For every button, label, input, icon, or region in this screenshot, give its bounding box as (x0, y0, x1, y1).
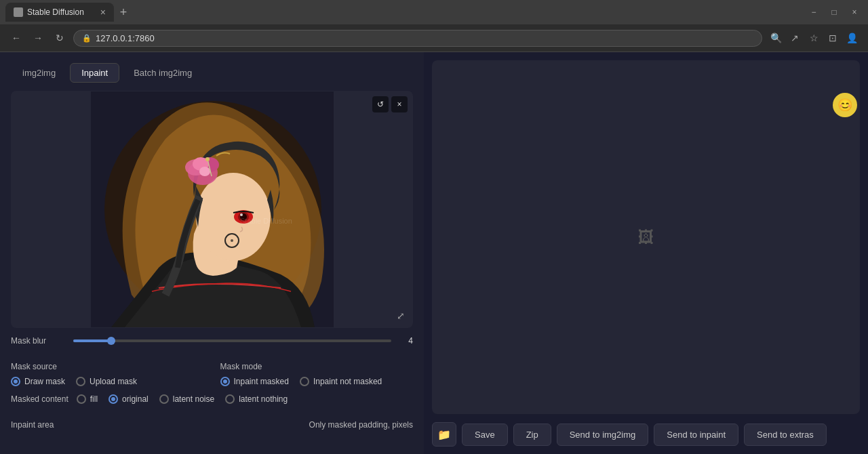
browser-actions: 🔍 ↗ ☆ ⊡ 👤 (768, 30, 860, 46)
close-image-button[interactable]: × (391, 96, 408, 112)
output-area: 🖼 (432, 60, 860, 414)
radio-inpaint-not-masked-label: Inpaint not masked (313, 377, 382, 386)
browser-chrome: Stable Diffusion × + − □ × ← → ↻ 🔒 127.0… (0, 0, 868, 52)
maximize-button[interactable]: □ (826, 4, 842, 20)
folder-button[interactable]: 📁 (432, 422, 456, 447)
svg-point-16 (231, 239, 233, 242)
radio-original-label: original (122, 394, 149, 404)
radio-draw-mask[interactable]: Draw mask (11, 377, 65, 386)
right-panel: 🖼 📁 Save Zip Send to img2img Send to inp… (424, 52, 868, 454)
radio-draw-mask-label: Draw mask (24, 377, 65, 386)
radio-latent-nothing-circle (225, 394, 235, 404)
send-to-extras-button[interactable]: Send to extras (744, 424, 827, 446)
resize-image-button[interactable]: ⤢ (394, 309, 408, 323)
inpaint-area-label: Inpaint area (11, 420, 65, 430)
radio-inpaint-masked[interactable]: Inpaint masked (220, 377, 289, 386)
radio-latent-noise-circle (159, 394, 169, 404)
share-icon[interactable]: ↗ (787, 30, 803, 46)
radio-fill-label: fill (90, 394, 98, 404)
notification-icon[interactable]: 😊 (833, 93, 857, 117)
image-area: Stable Diffusion ↺ × ⤢ (11, 91, 413, 328)
tab-img2img[interactable]: img2img (11, 63, 67, 83)
send-to-img2img-button[interactable]: Send to img2img (557, 424, 649, 446)
save-button[interactable]: Save (462, 424, 508, 446)
tab-close-btn[interactable]: × (100, 7, 106, 18)
radio-fill-circle (77, 394, 86, 404)
radio-inpaint-masked-dot (223, 379, 227, 384)
browser-tab[interactable]: Stable Diffusion × (5, 3, 114, 22)
svg-point-13 (205, 157, 210, 161)
output-actions: 📁 Save Zip Send to img2img Send to inpai… (432, 422, 860, 447)
radio-original[interactable]: original (108, 394, 149, 404)
mask-blur-control: Mask blur 4 (11, 336, 413, 346)
search-icon[interactable]: 🔍 (768, 30, 784, 46)
bookmark-icon[interactable]: ☆ (806, 30, 822, 46)
masked-content-radio-group: fill original latent noise latent nothin… (77, 394, 288, 404)
masked-content-label: Masked content (11, 394, 68, 404)
radio-inpaint-masked-label: Inpaint masked (234, 377, 289, 386)
mask-mode-section: Mask mode Inpaint masked Inpaint not mas… (220, 362, 414, 386)
forward-button[interactable]: → (30, 30, 46, 46)
radio-draw-mask-dot (14, 379, 18, 384)
radio-inpaint-masked-circle (220, 377, 230, 386)
radio-fill[interactable]: fill (77, 394, 98, 404)
mask-blur-value: 4 (399, 336, 413, 346)
radio-inpaint-not-masked[interactable]: Inpaint not masked (300, 377, 382, 386)
radio-latent-noise[interactable]: latent noise (159, 394, 214, 404)
close-button[interactable]: × (846, 4, 863, 20)
url-bar[interactable]: 🔒 127.0.0.1:7860 (73, 30, 762, 47)
radio-latent-nothing[interactable]: latent nothing (225, 394, 288, 404)
inpaint-area-row: Inpaint area Only masked padding, pixels (11, 420, 413, 430)
mask-source-section: Mask source Draw mask Upload mask (11, 362, 204, 386)
mask-blur-label: Mask blur (11, 336, 65, 346)
address-bar: ← → ↻ 🔒 127.0.0.1:7860 🔍 ↗ ☆ ⊡ 👤 (0, 24, 868, 51)
profile-icon[interactable]: 👤 (844, 30, 860, 46)
panel-tabs: img2img Inpaint Batch img2img (11, 63, 413, 83)
radio-original-dot (111, 397, 115, 401)
mask-source-label: Mask source (11, 362, 204, 371)
svg-point-11 (240, 213, 243, 216)
svg-text:Stable Diffusion: Stable Diffusion (240, 217, 292, 225)
radio-upload-mask-circle (76, 377, 85, 386)
output-placeholder-icon: 🖼 (638, 228, 654, 247)
minimize-button[interactable]: − (806, 4, 822, 20)
mask-source-mode-section: Mask source Draw mask Upload mask Mask (11, 362, 413, 386)
tab-favicon (14, 7, 23, 17)
slider-track (73, 339, 391, 342)
zip-button[interactable]: Zip (513, 424, 551, 446)
reset-image-button[interactable]: ↺ (372, 96, 389, 112)
send-to-inpaint-button[interactable]: Send to inpaint (654, 424, 738, 446)
radio-upload-mask-label: Upload mask (90, 377, 137, 386)
image-overlay-buttons: ↺ × (372, 96, 408, 112)
tab-title: Stable Diffusion (27, 7, 84, 17)
left-panel: img2img Inpaint Batch img2img (0, 52, 424, 454)
slider-fill (73, 339, 111, 342)
radio-original-circle (108, 394, 118, 404)
mask-blur-slider[interactable] (73, 339, 391, 342)
image-container[interactable]: Stable Diffusion ↺ × ⤢ (11, 91, 413, 328)
tab-batch-img2img[interactable]: Batch img2img (122, 63, 203, 83)
radio-inpaint-not-masked-circle (300, 377, 309, 386)
mask-mode-radio-group: Inpaint masked Inpaint not masked (220, 377, 414, 386)
only-masked-padding-label: Only masked padding, pixels (309, 420, 413, 430)
url-text: 127.0.0.1:7860 (96, 33, 155, 43)
back-button[interactable]: ← (8, 30, 24, 46)
new-tab-button[interactable]: + (114, 3, 133, 22)
radio-latent-nothing-label: latent nothing (239, 394, 288, 404)
svg-point-7 (199, 167, 210, 176)
mask-source-radio-group: Draw mask Upload mask (11, 377, 204, 386)
reload-button[interactable]: ↻ (52, 30, 68, 46)
radio-upload-mask[interactable]: Upload mask (76, 377, 137, 386)
window-controls: − □ × (806, 4, 863, 20)
slider-thumb[interactable] (107, 337, 115, 345)
radio-latent-noise-label: latent noise (173, 394, 214, 404)
tab-bar: Stable Diffusion × + − □ × (0, 0, 868, 24)
radio-draw-mask-circle (11, 377, 20, 386)
masked-content-section: Masked content fill original latent nois… (11, 394, 413, 404)
canvas-image: Stable Diffusion (91, 91, 334, 327)
app-container: img2img Inpaint Batch img2img (0, 52, 868, 454)
extensions-icon[interactable]: ⊡ (825, 30, 841, 46)
mask-mode-label: Mask mode (220, 362, 414, 371)
tab-inpaint[interactable]: Inpaint (70, 63, 119, 83)
